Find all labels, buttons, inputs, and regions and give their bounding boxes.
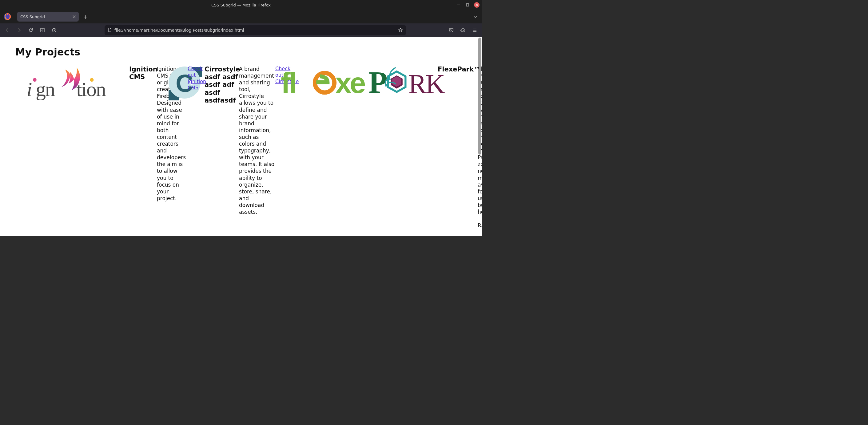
window-close-button[interactable] [474,2,479,8]
window-title: CSS Subgrid — Mozilla Firefox [211,3,271,7]
browser-tab[interactable]: CSS Subgrid [17,12,79,22]
ignition-logo: i gn tion [16,65,129,101]
svg-text:gn: gn [36,78,55,100]
app-menu-button[interactable] [470,26,479,34]
new-tab-button[interactable]: + [81,12,90,21]
tabs-dropdown-button[interactable] [471,12,479,21]
tab-label: CSS Subgrid [20,15,45,19]
project-title: FlexePark™ [438,65,478,73]
svg-text:tion: tion [76,78,106,100]
bookmark-star-icon[interactable] [398,27,403,33]
url-bar[interactable]: file:///home/martine/Documents/Blog Post… [104,25,406,35]
firefox-logo-icon [2,12,12,22]
scrollbar-thumb[interactable] [478,37,482,154]
svg-text:xe: xe [335,66,365,99]
extensions-button[interactable] [459,26,467,34]
project-link[interactable]: Check out Ignition CMS [188,65,203,91]
navigation-bar: file:///home/martine/Documents/Blog Post… [0,23,482,37]
flexepark-logo: fl xe P RK [281,65,456,100]
url-text: file:///home/martine/Documents/Blog Post… [115,28,244,33]
svg-text:P: P [369,65,388,99]
file-icon [107,28,112,33]
window-minimize-button[interactable] [456,2,461,8]
window-titlebar: CSS Subgrid — Mozilla Firefox [0,0,482,10]
back-button[interactable] [3,26,12,34]
pocket-button[interactable] [447,26,456,34]
forward-button[interactable] [15,26,23,34]
svg-text:i: i [27,78,32,100]
projects-row: i gn tion Ignition CMS Ignition CMS was … [16,65,482,229]
reader-view-button[interactable] [38,26,47,34]
history-button[interactable] [50,26,58,34]
reload-button[interactable] [27,26,35,34]
tab-close-button[interactable] [72,14,76,19]
svg-text:fl: fl [281,66,296,99]
svg-rect-1 [466,4,469,6]
tab-bar: CSS Subgrid + [0,10,482,23]
project-title: Cirrostyle asdf asdf asdf adf asdf asdfa… [205,65,239,105]
window-maximize-button[interactable] [465,2,470,8]
page-title: My Projects [16,46,482,58]
page-viewport[interactable]: My Projects i gn tion Ignition CMS Ignit… [0,37,482,236]
project-title: Ignition CMS [129,65,157,81]
project-description: A brand management and sharing tool, Cir… [239,65,275,215]
